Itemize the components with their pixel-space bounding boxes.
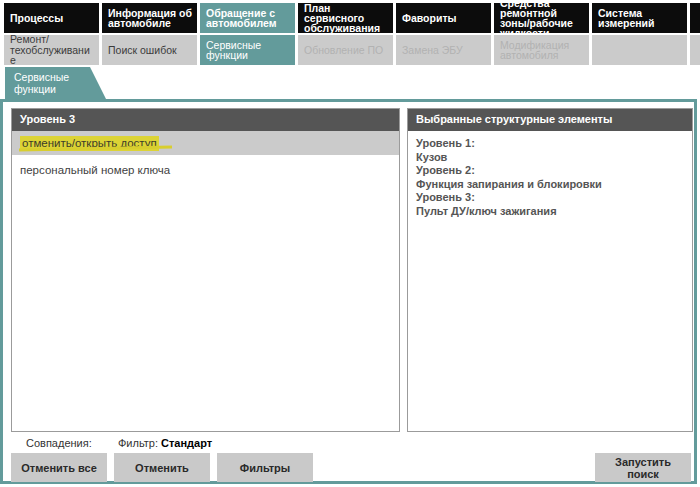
top-menu-tab[interactable]: Система измерений xyxy=(592,3,687,33)
top-menu-tab xyxy=(690,3,700,33)
level3-panel-header: Уровень 3 xyxy=(12,109,399,131)
level3-panel: Уровень 3 отменить/открыть доступперсона… xyxy=(11,108,400,432)
top-menu-tab[interactable]: Средства ремонтной зоны/рабочие жидкости xyxy=(494,3,589,33)
tab-service-functions-label: Сервисные функции xyxy=(14,71,69,95)
highlighted-text: отменить/открыть доступ xyxy=(20,136,159,151)
sub-menu-tab: Модификация автомобиля xyxy=(494,35,589,65)
structure-line: Уровень 1: xyxy=(416,137,684,151)
main-menu-row: ПроцессыИнформация об автомобилеОбращени… xyxy=(0,3,700,33)
top-menu-tab[interactable]: Процессы xyxy=(4,3,99,33)
list-item[interactable]: отменить/открыть доступ xyxy=(12,131,399,157)
structure-line: Пульт ДУ/ключ зажигания xyxy=(416,205,684,219)
sub-menu-tab: Обновление ПО xyxy=(298,35,393,65)
filters-button[interactable]: Фильтры xyxy=(217,453,313,482)
top-menu-tab[interactable]: Обращение с автомобилем xyxy=(200,3,295,33)
cancel-button[interactable]: Отменить xyxy=(114,453,210,482)
top-menu: ПроцессыИнформация об автомобилеОбращени… xyxy=(0,3,700,67)
status-row: Совпадения: Фильтр: Стандарт xyxy=(3,437,694,451)
cancel-all-button[interactable]: Отменить все xyxy=(11,453,107,482)
filter-label: Фильтр: xyxy=(118,437,158,449)
level3-list: отменить/открыть доступперсональный номе… xyxy=(12,131,399,183)
tab-service-functions[interactable]: Сервисные функции xyxy=(5,67,106,99)
main-content-frame: Уровень 3 отменить/открыть доступперсона… xyxy=(0,99,697,484)
button-bar: Отменить все Отменить Фильтры Запустить … xyxy=(11,453,691,482)
structure-line: Уровень 2: xyxy=(416,164,684,178)
sub-menu-tab[interactable]: Ремонт/техобслуживание xyxy=(4,35,99,65)
selected-structure-content: Уровень 1:КузовУровень 2:Функция запиран… xyxy=(408,131,692,224)
top-menu-tab[interactable]: Информация об автомобиле xyxy=(102,3,197,33)
selected-structure-panel: Выбранные структурные элементы Уровень 1… xyxy=(407,108,693,432)
start-search-button[interactable]: Запустить поиск xyxy=(595,453,691,482)
sub-menu-tab[interactable]: Поиск ошибок xyxy=(102,35,197,65)
sub-menu-tab: Замена ЭБУ xyxy=(396,35,491,65)
sub-menu-row: Ремонт/техобслуживаниеПоиск ошибокСервис… xyxy=(0,35,700,65)
structure-line: Кузов xyxy=(416,151,684,165)
sub-menu-tab xyxy=(690,35,700,65)
sub-menu-tab xyxy=(592,35,687,65)
structure-line: Функция запирания и блокировки xyxy=(416,178,684,192)
top-menu-tab[interactable]: План сервисного обслуживания xyxy=(298,3,393,33)
sub-menu-tab[interactable]: Сервисные функции xyxy=(200,35,295,65)
structure-line: Уровень 3: xyxy=(416,191,684,205)
filter-value: Стандарт xyxy=(161,437,212,449)
list-item[interactable]: персональный номер ключа xyxy=(12,157,399,183)
top-menu-tab[interactable]: Фавориты xyxy=(396,3,491,33)
matches-label: Совпадения: xyxy=(26,437,92,449)
selected-structure-header: Выбранные структурные элементы xyxy=(408,109,692,131)
